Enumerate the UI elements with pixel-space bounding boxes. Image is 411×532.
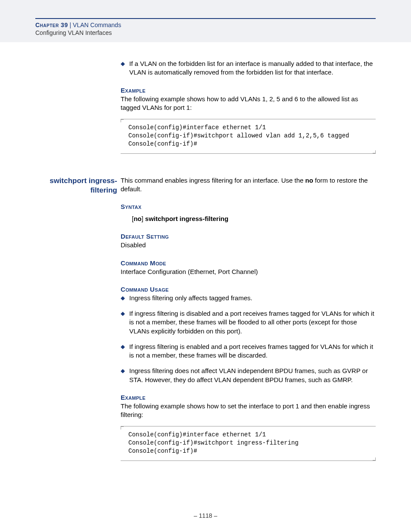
default-setting-value: Disabled xyxy=(121,241,376,249)
list-item: ◆ Ingress filtering does not affect VLAN… xyxy=(121,367,376,384)
desc-pre: This command enables ingress filtering f… xyxy=(121,177,305,184)
syntax-cmd: switchport ingress-filtering xyxy=(145,215,228,222)
page-number: – 1118 – xyxy=(0,512,411,519)
header-rule xyxy=(35,18,376,19)
separator: | xyxy=(68,22,73,28)
command-title: switchport ingress-filtering xyxy=(35,176,117,195)
code-block: Console(config)#interface ethernet 1/1 C… xyxy=(121,119,376,154)
bullet-text: If a VLAN on the forbidden list for an i… xyxy=(129,59,376,77)
syntax-line: [no] switchport ingress-filtering xyxy=(132,215,376,223)
bracket-close: ] xyxy=(142,215,145,222)
bullet-text: Ingress filtering only affects tagged fr… xyxy=(129,294,252,302)
example-label: Example xyxy=(121,394,376,401)
example-text: The following example shows how to set t… xyxy=(121,402,376,420)
chapter-label: Chapter 39 xyxy=(35,22,68,28)
code-block: Console(config)#interface ethernet 1/1 C… xyxy=(121,426,376,461)
page-header: Chapter 39 | VLAN Commands Configuring V… xyxy=(0,0,411,42)
bullet-icon: ◆ xyxy=(121,367,125,384)
desc-no: no xyxy=(305,177,313,184)
command-mode-value: Interface Configuration (Ethernet, Port … xyxy=(121,268,376,276)
bullet-text: Ingress filtering does not affect VLAN i… xyxy=(129,367,376,384)
command-mode-label: Command Mode xyxy=(121,259,376,267)
command-section: switchport ingress-filtering This comman… xyxy=(35,176,376,461)
bullet-icon: ◆ xyxy=(121,295,125,302)
chapter-line: Chapter 39 | VLAN Commands xyxy=(35,22,411,28)
command-description: This command enables ingress filtering f… xyxy=(121,176,376,194)
syntax-no: no xyxy=(134,215,141,222)
chapter-title: VLAN Commands xyxy=(73,22,121,28)
list-item: ◆ If a VLAN on the forbidden list for an… xyxy=(121,59,376,77)
bullet-icon: ◆ xyxy=(121,310,125,336)
default-setting-label: Default Setting xyxy=(121,233,376,240)
list-item: ◆ If ingress filtering is disabled and a… xyxy=(121,309,376,336)
syntax-label: Syntax xyxy=(121,203,376,210)
list-item: ◆ Ingress filtering only affects tagged … xyxy=(121,294,376,302)
bullet-icon: ◆ xyxy=(121,343,125,360)
bullet-text: If ingress filtering is enabled and a po… xyxy=(129,342,376,360)
list-item: ◆ If ingress filtering is enabled and a … xyxy=(121,342,376,360)
command-usage-label: Command Usage xyxy=(121,286,376,293)
header-subtitle: Configuring VLAN Interfaces xyxy=(35,29,411,36)
example-label: Example xyxy=(121,87,376,94)
bullet-icon: ◆ xyxy=(121,60,125,77)
bullet-text: If ingress filtering is disabled and a p… xyxy=(129,309,376,336)
example-text: The following example shows how to add V… xyxy=(121,95,376,112)
page-content: ◆ If a VLAN on the forbidden list for an… xyxy=(0,42,411,461)
